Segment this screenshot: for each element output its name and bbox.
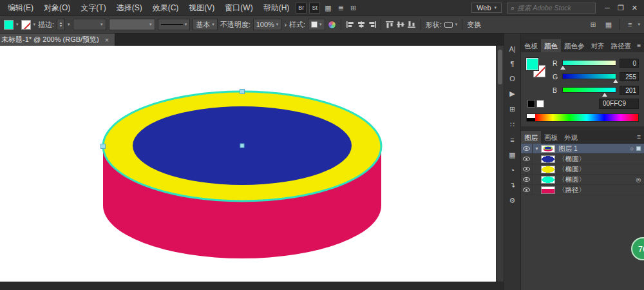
center-anchor-point[interactable] xyxy=(240,144,244,148)
layer-row-path[interactable]: 〈路径〉 xyxy=(521,185,644,195)
bridge-icon[interactable]: Br xyxy=(296,3,307,14)
graphic-style-dropdown[interactable]: ▾ xyxy=(308,19,325,30)
blue-value-field[interactable]: 201 xyxy=(620,86,639,95)
align-left-icon[interactable] xyxy=(346,21,355,28)
align-top-icon[interactable] xyxy=(385,21,394,28)
menu-edit[interactable]: 编辑(E) xyxy=(3,0,39,15)
color-spectrum-bar[interactable] xyxy=(526,113,639,122)
tab-pathfinder[interactable]: 路径查 xyxy=(608,39,635,52)
options-grid-icon[interactable]: ▦ xyxy=(605,21,612,29)
white-swatch[interactable] xyxy=(536,100,544,108)
layer-thumbnail[interactable] xyxy=(541,145,555,153)
character-panel-icon[interactable]: A| xyxy=(509,45,515,53)
tab-align[interactable]: 对齐 xyxy=(588,39,608,52)
hex-value-field[interactable]: 00FFC9 xyxy=(599,99,639,109)
tab-close-icon[interactable]: × xyxy=(105,36,109,44)
layer-name[interactable]: 图层 1 xyxy=(558,144,630,153)
shape-properties-icon[interactable] xyxy=(444,22,453,28)
menu-object[interactable]: 对象(O) xyxy=(39,0,75,15)
panel-menu-icon[interactable]: ≡ xyxy=(635,131,644,144)
panel-options-icon[interactable]: ≡ xyxy=(628,21,632,28)
align-bottom-icon[interactable] xyxy=(407,21,416,28)
menu-type[interactable]: 文字(T) xyxy=(75,0,111,15)
opacity-dropdown[interactable]: 100% ▾ xyxy=(253,19,282,30)
stroke-style-preview-dropdown[interactable]: ▾ xyxy=(158,19,191,30)
tab-appearance[interactable]: 外观 xyxy=(561,131,581,144)
minimize-button[interactable]: ─ xyxy=(605,4,610,12)
menu-view[interactable]: 视图(V) xyxy=(184,0,220,15)
align-right-icon[interactable] xyxy=(368,21,377,28)
expand-caret-icon[interactable]: ▼ xyxy=(533,146,541,151)
settings-icon[interactable]: ⚙ xyxy=(509,197,516,205)
variable-width-profile-dropdown[interactable]: ▾ xyxy=(73,19,106,30)
object-thumbnail[interactable] xyxy=(541,176,555,184)
object-name[interactable]: 〈椭圆〉 xyxy=(558,175,636,184)
tab-layers[interactable]: 图层 xyxy=(521,131,541,144)
align-center-vertical-icon[interactable] xyxy=(396,21,405,28)
panel-options-caret-icon[interactable]: ▾ xyxy=(638,22,640,27)
opacity-more-icon[interactable]: › xyxy=(284,21,287,28)
arrange-documents-icon[interactable]: ▦ xyxy=(325,4,331,12)
document-tab[interactable]: 未标题-1* @ 200% (RGB/预览) × xyxy=(0,34,115,46)
layer-row-ellipse-cyan[interactable]: 〈椭圆〉 ◎ xyxy=(521,175,644,185)
menu-help[interactable]: 帮助(H) xyxy=(258,0,295,15)
black-swatch[interactable] xyxy=(527,100,535,108)
fill-caret-icon[interactable]: ▾ xyxy=(16,22,19,27)
red-slider[interactable] xyxy=(562,60,616,66)
spectrum-bw-corner[interactable] xyxy=(527,114,535,121)
stroke-caret-icon[interactable]: ▾ xyxy=(33,22,36,27)
blue-slider-handle[interactable] xyxy=(602,93,607,97)
vertical-scrollbar[interactable] xyxy=(496,46,504,282)
search-input[interactable] xyxy=(517,4,588,12)
spectrum-gradient[interactable] xyxy=(535,114,638,121)
document-layout-icon[interactable]: ≣ xyxy=(338,4,344,12)
paragraph-panel-icon[interactable]: ¶ xyxy=(511,60,515,68)
stroke-weight-caret-icon[interactable]: ▾ xyxy=(68,22,70,27)
restore-button[interactable]: ❐ xyxy=(618,4,624,12)
selection-indicator[interactable] xyxy=(636,146,641,151)
stroke-panel-icon[interactable]: ≡ xyxy=(510,136,514,144)
stepper-arrows-icon[interactable]: ▴▾ xyxy=(60,21,62,28)
actions-panel-icon[interactable]: ▶ xyxy=(509,90,515,98)
gradient-panel-icon[interactable]: ▦ xyxy=(509,151,515,159)
transform-panel-icon[interactable]: ∷ xyxy=(510,121,515,129)
visibility-toggle[interactable] xyxy=(521,175,533,184)
scrollbar-thumb[interactable] xyxy=(498,50,502,84)
menu-select[interactable]: 选择(S) xyxy=(111,0,147,15)
shape-caret-icon[interactable]: ▾ xyxy=(455,22,458,27)
fill-color-swatch[interactable] xyxy=(4,20,14,30)
menu-effect[interactable]: 效果(C) xyxy=(147,0,184,15)
stock-icon[interactable]: St xyxy=(309,3,320,14)
visibility-toggle[interactable] xyxy=(521,144,533,153)
selection-handle-left[interactable] xyxy=(101,144,106,149)
artboard-canvas[interactable] xyxy=(0,46,496,282)
recolor-artwork-icon[interactable] xyxy=(328,21,336,29)
tab-color-guide[interactable]: 颜色参 xyxy=(561,39,588,52)
tab-artboards[interactable]: 画板 xyxy=(541,131,561,144)
object-name[interactable]: 〈椭圆〉 xyxy=(558,155,641,164)
isolate-mode-icon[interactable]: ⊞ xyxy=(590,21,596,29)
target-circle-icon[interactable]: ○ xyxy=(630,146,634,152)
stroke-color-swatch[interactable] xyxy=(21,20,31,30)
layer-row-ellipse-yellow[interactable]: 〈椭圆〉 xyxy=(521,164,644,175)
transparency-panel-icon[interactable]: ◔ xyxy=(510,166,515,174)
target-selected-icon[interactable]: ◎ xyxy=(636,177,641,183)
menu-window[interactable]: 窗口(W) xyxy=(220,0,258,15)
visibility-toggle[interactable] xyxy=(521,164,533,174)
selection-handle-top[interactable] xyxy=(240,90,245,94)
align-center-horizontal-icon[interactable] xyxy=(357,21,366,28)
screen-mode-icon[interactable]: ⊞ xyxy=(350,4,356,12)
tab-color[interactable]: 颜色 xyxy=(541,39,561,52)
panel-menu-icon[interactable]: ≡ xyxy=(635,39,644,52)
layer-row-ellipse-blue[interactable]: 〈椭圆〉 xyxy=(521,154,644,164)
green-value-field[interactable]: 255 xyxy=(620,72,639,81)
close-button[interactable]: ✕ xyxy=(632,4,638,12)
green-slider[interactable] xyxy=(562,73,616,79)
visibility-toggle[interactable] xyxy=(521,154,533,164)
object-name[interactable]: 〈路径〉 xyxy=(558,186,641,195)
layer-row-layer1[interactable]: ▼ 图层 1 ○ xyxy=(521,144,644,154)
red-value-field[interactable]: 0 xyxy=(620,59,639,68)
red-slider-handle[interactable] xyxy=(560,66,565,70)
object-name[interactable]: 〈椭圆〉 xyxy=(558,165,641,174)
object-thumbnail[interactable] xyxy=(541,166,555,173)
